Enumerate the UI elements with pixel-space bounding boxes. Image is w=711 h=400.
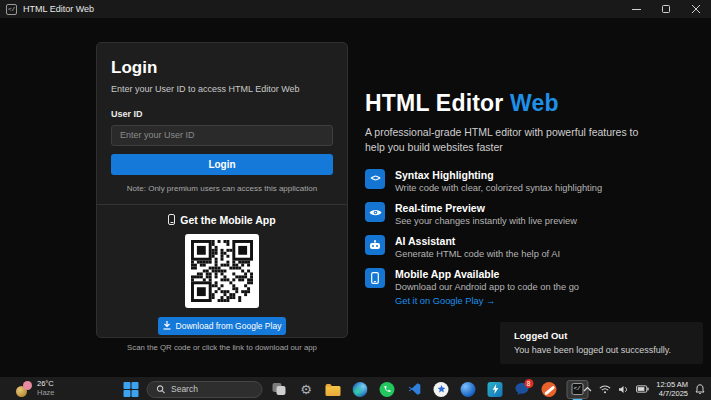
window-controls bbox=[621, 0, 711, 18]
logout-toast: Logged Out You have been logged out succ… bbox=[500, 322, 703, 364]
download-icon bbox=[163, 321, 171, 330]
settings-gear-icon[interactable]: ⚙ bbox=[296, 379, 316, 399]
taskbar-center: Search ⚙ 8 bbox=[123, 377, 588, 400]
notification-bell-icon[interactable] bbox=[695, 384, 705, 395]
clock-date: 4/7/2025 bbox=[659, 389, 688, 398]
feature-ai-assistant: AI Assistant Generate HTML code with the… bbox=[365, 235, 675, 259]
edge-browser-icon[interactable] bbox=[350, 379, 370, 399]
phone-icon bbox=[168, 214, 175, 225]
window-titlebar: </ HTML Editor Web bbox=[0, 0, 711, 18]
system-tray: 12:05 AM 4/7/2025 bbox=[583, 377, 705, 400]
feature-mobile-app: Mobile App Available Download our Androi… bbox=[365, 268, 675, 306]
smartphone-icon bbox=[365, 268, 385, 288]
scan-hint: Scan the QR code or click the link to do… bbox=[111, 343, 333, 352]
premium-note: Note: Only premium users can access this… bbox=[111, 184, 333, 193]
qr-code bbox=[185, 234, 259, 308]
chat-app-icon[interactable]: 8 bbox=[512, 379, 532, 399]
lightning-app-icon[interactable] bbox=[485, 379, 505, 399]
search-icon bbox=[156, 385, 165, 394]
app-icon: </ bbox=[6, 4, 17, 15]
toast-message: You have been logged out successfully. bbox=[514, 345, 689, 355]
login-subheading: Enter your User ID to access HTML Editor… bbox=[111, 84, 333, 94]
whatsapp-icon[interactable] bbox=[377, 379, 397, 399]
task-view-icon[interactable] bbox=[269, 379, 289, 399]
html-editor-glyph: </ bbox=[571, 383, 583, 395]
taskbar: 26°C Haze Search ⚙ bbox=[0, 376, 711, 400]
login-heading: Login bbox=[111, 58, 333, 78]
close-icon[interactable] bbox=[681, 0, 711, 18]
google-play-link[interactable]: Get it on Google Play → bbox=[395, 296, 579, 306]
feature-list: <> Syntax Highlighting Write code with c… bbox=[365, 169, 675, 306]
hero-title: HTML Editor Web bbox=[365, 90, 675, 117]
vscode-icon[interactable] bbox=[404, 379, 424, 399]
feature-syntax-highlighting: <> Syntax Highlighting Write code with c… bbox=[365, 169, 675, 193]
clock-time: 12:05 AM bbox=[656, 380, 688, 389]
desktop: </ HTML Editor Web Login Enter your User… bbox=[0, 0, 711, 400]
user-id-input[interactable] bbox=[111, 125, 333, 146]
haze-weather-icon bbox=[16, 381, 32, 397]
weather-condition: Haze bbox=[37, 389, 55, 398]
user-id-label: User ID bbox=[111, 109, 333, 119]
search-input[interactable]: Search bbox=[146, 381, 262, 398]
hero-title-accent: Web bbox=[510, 90, 559, 116]
code-icon: <> bbox=[365, 169, 385, 189]
blue-sphere-app-icon[interactable] bbox=[458, 379, 478, 399]
toast-title: Logged Out bbox=[514, 330, 689, 341]
robot-icon bbox=[365, 235, 385, 255]
login-card: Login Enter your User ID to access HTML … bbox=[96, 42, 348, 338]
speaker-icon[interactable] bbox=[618, 385, 629, 394]
login-button[interactable]: Login bbox=[111, 154, 333, 175]
download-google-play-button[interactable]: Download from Google Play bbox=[158, 317, 286, 335]
hero-section: HTML Editor Web A professional-grade HTM… bbox=[365, 90, 675, 306]
feature-realtime-preview: Real-time Preview See your changes insta… bbox=[365, 202, 675, 226]
wifi-icon[interactable] bbox=[599, 385, 611, 394]
file-explorer-icon[interactable] bbox=[323, 379, 343, 399]
taskbar-clock[interactable]: 12:05 AM 4/7/2025 bbox=[656, 380, 688, 398]
tray-chevron-up-icon[interactable] bbox=[583, 386, 592, 392]
app-content: Login Enter your User ID to access HTML … bbox=[0, 18, 711, 376]
light-circle-app-icon[interactable] bbox=[431, 379, 451, 399]
minimize-icon[interactable] bbox=[621, 0, 651, 18]
weather-widget[interactable]: 26°C Haze bbox=[16, 377, 55, 400]
card-divider bbox=[97, 204, 347, 205]
notification-badge: 8 bbox=[524, 379, 533, 388]
eye-icon bbox=[365, 202, 385, 222]
maximize-icon[interactable] bbox=[651, 0, 681, 18]
battery-icon[interactable] bbox=[636, 385, 649, 393]
mobile-app-heading: Get the Mobile App bbox=[111, 214, 333, 226]
window-title: HTML Editor Web bbox=[23, 4, 94, 14]
hero-description: A professional-grade HTML editor with po… bbox=[365, 125, 655, 155]
orange-app-icon[interactable] bbox=[539, 379, 559, 399]
start-button[interactable] bbox=[123, 381, 139, 397]
